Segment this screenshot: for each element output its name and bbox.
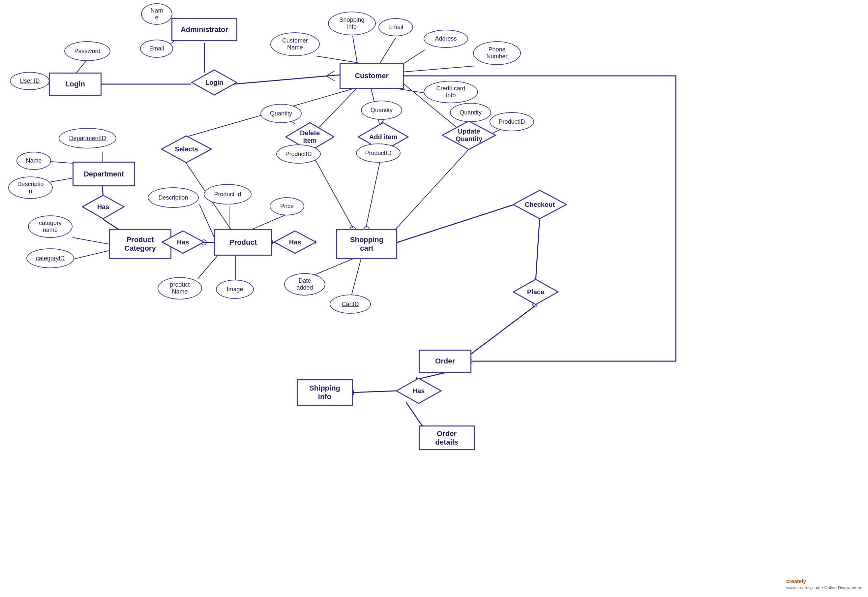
svg-line-68 xyxy=(353,391,395,392)
description-attribute: Description xyxy=(148,187,199,208)
order-details-entity: Orderdetails xyxy=(419,425,475,450)
productid-update-attribute: ProductID xyxy=(490,112,534,131)
product-entity: Product xyxy=(214,229,272,255)
svg-line-40 xyxy=(310,150,353,227)
svg-line-21 xyxy=(51,162,73,163)
svg-line-60 xyxy=(462,306,535,361)
user-entity: Login xyxy=(49,73,102,96)
quantity-add-attribute: Quantity xyxy=(361,101,402,120)
productid-add-attribute: ProductID xyxy=(356,144,400,163)
credit-card-attribute: Credit cardInfo xyxy=(424,81,478,103)
phone-number-attribute: PhoneNumber xyxy=(473,41,521,65)
category-name-attribute: categoryname xyxy=(28,215,73,238)
dept-description-attribute: Description xyxy=(8,177,53,199)
svg-line-57 xyxy=(536,218,540,281)
category-id-attribute: categoryID xyxy=(27,248,74,268)
product-name-attribute: productName xyxy=(158,277,202,300)
product-id-attr-attribute: Product Id xyxy=(204,184,252,205)
svg-line-10 xyxy=(395,66,475,73)
quantity-delete-attribute: Quantity xyxy=(261,104,302,123)
svg-line-35 xyxy=(198,255,218,279)
er-diagram: Login Administrator Login Customer Depar… xyxy=(0,0,868,597)
svg-line-56 xyxy=(397,205,514,242)
admin-name-attribute: Name xyxy=(141,3,172,25)
cart-id-attribute: CartID xyxy=(330,294,371,314)
has-dept-relationship: Has xyxy=(82,195,124,219)
svg-line-38 xyxy=(351,259,361,297)
svg-line-6 xyxy=(317,56,358,63)
department-id-attribute: DepartmentID xyxy=(59,128,116,149)
image-attribute: Image xyxy=(216,280,254,299)
selects-relationship: Selects xyxy=(161,135,212,163)
has-cat-relationship: Has xyxy=(161,230,204,254)
date-added-attribute: Dateadded xyxy=(284,273,325,296)
update-quantity-relationship: UpdateQuantity xyxy=(442,120,496,150)
svg-line-71 xyxy=(406,402,422,425)
admin-email-attribute: Email xyxy=(140,40,173,58)
address-attribute: Address xyxy=(424,30,468,48)
svg-line-2 xyxy=(326,71,335,76)
customer-email-attribute: Email xyxy=(378,18,413,36)
svg-line-24 xyxy=(74,251,109,259)
svg-line-37 xyxy=(313,259,353,275)
password-attribute: Password xyxy=(64,41,110,61)
svg-line-23 xyxy=(73,238,109,244)
shopping-cart-entity: Shoppingcart xyxy=(336,229,397,259)
svg-line-1 xyxy=(234,75,339,84)
department-entity: Department xyxy=(73,162,135,186)
svg-line-8 xyxy=(379,38,395,64)
administrator-entity: Administrator xyxy=(172,18,237,41)
has-order-relationship: Has xyxy=(395,378,442,404)
user-id-attribute: User ID xyxy=(10,72,49,90)
place-relationship: Place xyxy=(513,279,559,305)
dept-name-attribute: Name xyxy=(16,152,51,170)
shipping-info-entity: Shippinginfo xyxy=(297,379,353,406)
customer-entity: Customer xyxy=(339,63,404,89)
order-entity: Order xyxy=(419,350,471,373)
watermark: creately www.creately.com • Online Diagr… xyxy=(786,579,861,590)
quantity-update-attribute: Quantity xyxy=(450,103,491,122)
login-relationship: Login xyxy=(191,69,237,96)
price-attribute: Price xyxy=(270,197,304,215)
customer-name-attribute: CustomerName xyxy=(270,32,320,56)
shopping-info-attribute: Shoppinginfo xyxy=(328,12,376,35)
svg-line-14 xyxy=(75,59,87,74)
svg-line-50 xyxy=(395,150,468,229)
svg-line-7 xyxy=(353,36,358,66)
svg-line-3 xyxy=(326,76,335,81)
checkout-relationship: Checkout xyxy=(513,190,567,219)
productid-delete-attribute: ProductID xyxy=(276,144,321,163)
has-product-relationship: Has xyxy=(274,230,317,254)
